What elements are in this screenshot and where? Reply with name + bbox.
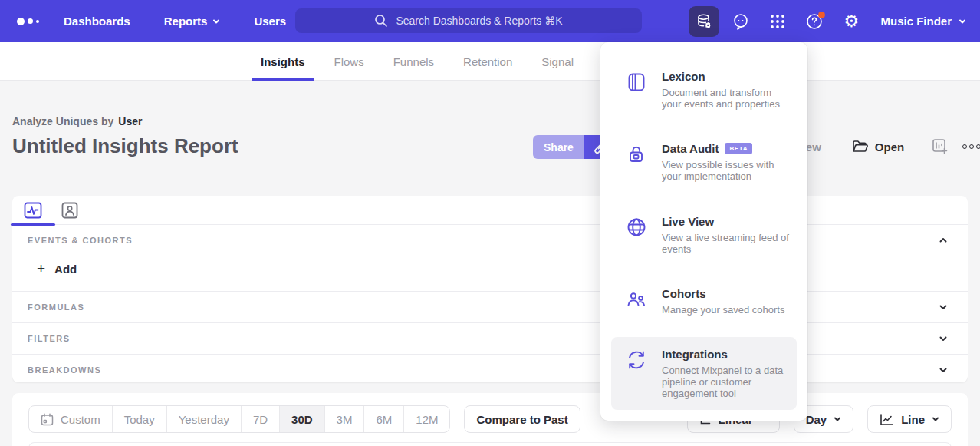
mixpanel-logo-icon[interactable] (17, 18, 39, 25)
menu-item-lexicon[interactable]: Lexicon Document and transform your even… (611, 59, 797, 121)
section-events-cohorts: EVENTS & COHORTS + Add (12, 225, 968, 292)
chart-pulse-icon (24, 202, 42, 219)
range-today[interactable]: Today (113, 406, 167, 432)
chevron-down-icon (959, 18, 966, 25)
nav-users-label: Users (254, 15, 286, 28)
settings-icon[interactable]: ⚙ (836, 6, 867, 37)
open-report-button[interactable]: Open (852, 140, 904, 154)
chevron-down-icon (939, 302, 948, 312)
feedback-icon[interactable] (725, 6, 756, 37)
share-button[interactable]: Share (533, 135, 584, 159)
calendar-icon (41, 413, 54, 426)
chevron-down-icon (932, 415, 939, 423)
nav-reports[interactable]: Reports (164, 15, 221, 28)
menu-item-data-audit[interactable]: Data Audit BETA View possible issues wit… (611, 131, 797, 193)
add-event-button[interactable]: + Add (12, 256, 104, 291)
section-events-cohorts-header[interactable]: EVENTS & COHORTS (12, 225, 968, 256)
range-12m[interactable]: 12M (404, 406, 449, 432)
user-profile-icon (61, 202, 78, 219)
tab-funnels[interactable]: Funnels (393, 42, 434, 81)
section-filters-header[interactable]: FILTERS (12, 323, 968, 354)
section-formulas: FORMULAS (12, 292, 968, 323)
search-placeholder: Search Dashboards & Reports ⌘K (396, 15, 562, 27)
help-icon[interactable] (799, 6, 830, 37)
chevron-down-icon (834, 415, 841, 423)
range-3m[interactable]: 3M (325, 406, 365, 432)
nav-reports-label: Reports (164, 15, 208, 28)
nav-dashboards[interactable]: Dashboards (64, 15, 130, 28)
section-formulas-header[interactable]: FORMULAS (12, 292, 968, 322)
subtitle-entity[interactable]: User (118, 115, 142, 127)
topbar: Dashboards Reports Users Search Dashboar… (0, 0, 980, 42)
range-custom[interactable]: Custom (29, 406, 113, 432)
nav-dashboards-label: Dashboards (64, 15, 130, 28)
compare-to-past-button[interactable]: Compare to Past (464, 405, 580, 433)
range-7d[interactable]: 7D (242, 406, 280, 432)
tab-flows[interactable]: Flows (334, 42, 364, 81)
page-title[interactable]: Untitled Insights Report (12, 134, 238, 158)
data-management-icon[interactable] (689, 6, 719, 37)
section-breakdowns-header[interactable]: BREAKDOWNS (12, 355, 968, 385)
events-tab[interactable] (23, 201, 43, 220)
date-range-control: Custom Today Yesterday 7D 30D 3M 6M 12M (28, 405, 450, 433)
search-icon (374, 14, 388, 28)
data-management-menu: Lexicon Document and transform your even… (600, 42, 807, 421)
chart-toolbar-card: Custom Today Yesterday 7D 30D 3M 6M 12M … (12, 393, 968, 446)
topbar-actions: ⚙ Music Finder (689, 0, 966, 42)
folder-icon (852, 140, 868, 154)
tab-retention[interactable]: Retention (463, 42, 512, 81)
chevron-up-icon (939, 236, 948, 245)
integrations-sync-icon (625, 348, 648, 399)
tab-insights[interactable]: Insights (261, 42, 305, 81)
search-input[interactable]: Search Dashboards & Reports ⌘K (295, 8, 642, 33)
plus-icon: + (37, 260, 45, 277)
beta-badge: BETA (725, 143, 752, 154)
chart-type-dropdown[interactable]: Line (867, 405, 952, 433)
menu-item-integrations[interactable]: Integrations Connect Mixpanel to a data … (611, 337, 797, 410)
project-name: Music Finder (880, 15, 952, 28)
users-tab[interactable] (60, 201, 80, 220)
chevron-down-icon (939, 365, 948, 375)
section-breakdowns: BREAKDOWNS (12, 355, 968, 385)
menu-item-cohorts[interactable]: Cohorts Manage your saved cohorts (611, 276, 797, 326)
lexicon-book-icon (625, 70, 648, 110)
report-tabrow: Insights Flows Funnels Retention Signal … (0, 42, 980, 81)
chevron-down-icon (212, 18, 220, 25)
add-to-dashboard-button[interactable] (932, 138, 949, 155)
add-to-dashboard-icon (932, 138, 949, 155)
data-audit-lock-icon (625, 142, 648, 182)
section-filters: FILTERS (12, 323, 968, 355)
title-actions: New Open (797, 137, 980, 157)
more-options-button[interactable] (962, 144, 980, 149)
range-30d[interactable]: 30D (280, 406, 325, 432)
project-switcher[interactable]: Music Finder (880, 15, 966, 28)
top-navigation: Dashboards Reports Users (64, 15, 286, 28)
menu-item-live-view[interactable]: Live View View a live streaming feed of … (611, 204, 797, 266)
range-yesterday[interactable]: Yesterday (167, 406, 242, 432)
builder-tabs (12, 196, 968, 225)
apps-grid-icon[interactable] (762, 6, 793, 37)
chart-area (28, 442, 952, 446)
query-builder-card: EVENTS & COHORTS + Add FORMULAS FILTERS … (12, 196, 968, 382)
range-6m[interactable]: 6M (364, 406, 404, 432)
date-toolbar: Custom Today Yesterday 7D 30D 3M 6M 12M … (28, 405, 952, 433)
notification-dot (818, 12, 825, 18)
report-subtitle: Analyze Uniques byUser (12, 115, 142, 127)
nav-users[interactable]: Users (254, 15, 286, 28)
tab-signal[interactable]: Signal (541, 42, 574, 81)
line-chart-icon (880, 413, 894, 426)
live-view-globe-icon (625, 215, 648, 255)
cohorts-people-icon (625, 287, 648, 316)
chevron-down-icon (939, 334, 948, 343)
